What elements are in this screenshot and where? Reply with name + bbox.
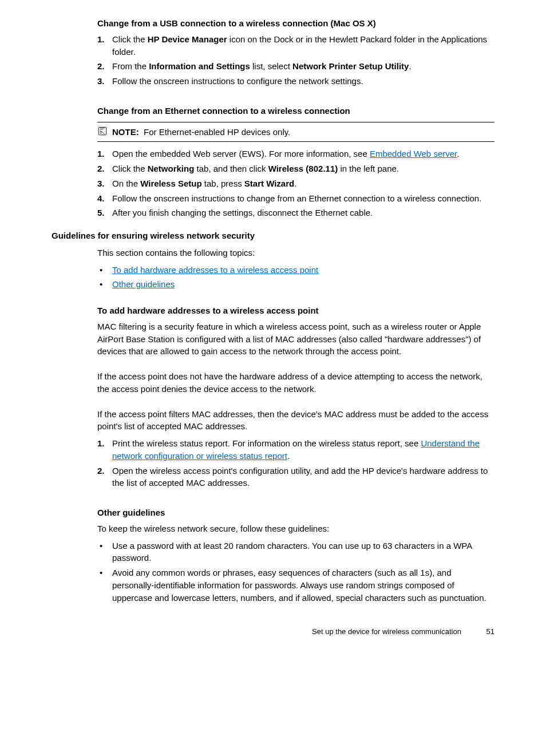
section-heading-other-guidelines: Other guidelines bbox=[97, 506, 494, 519]
list-item: From the Information and Settings list, … bbox=[97, 60, 494, 73]
list-item: Open the wireless access point's configu… bbox=[97, 465, 494, 490]
page-footer: Set up the device for wireless communica… bbox=[52, 627, 494, 638]
step-text: Click the bbox=[112, 34, 148, 44]
list-item: Follow the onscreen instructions to conf… bbox=[97, 75, 494, 88]
note-box: NOTE: For Ethernet-enabled HP devices on… bbox=[97, 122, 494, 143]
note-content: NOTE: For Ethernet-enabled HP devices on… bbox=[112, 126, 494, 138]
list-item: Print the wireless status report. For in… bbox=[97, 437, 494, 462]
note-icon bbox=[97, 126, 109, 136]
step-text: in the left pane. bbox=[338, 164, 399, 173]
page-number: 51 bbox=[472, 627, 494, 638]
section-heading-guidelines: Guidelines for ensuring wireless network… bbox=[52, 229, 494, 242]
list-item: Open the embedded Web server (EWS). For … bbox=[97, 148, 494, 160]
list-item: Follow the onscreen instructions to chan… bbox=[97, 192, 494, 205]
section-heading-usb-mac: Change from a USB connection to a wirele… bbox=[97, 17, 494, 30]
step-text: . bbox=[287, 451, 290, 461]
bold-span: Information and Settings bbox=[149, 61, 250, 71]
bold-span: Wireless (802.11) bbox=[268, 164, 338, 173]
svg-rect-0 bbox=[98, 127, 106, 135]
link-ews[interactable]: Embedded Web server bbox=[370, 149, 457, 159]
section-heading-ethernet: Change from an Ethernet connection to a … bbox=[97, 105, 494, 117]
step-text: On the bbox=[112, 179, 140, 188]
footer-label: Set up the device for wireless communica… bbox=[312, 627, 461, 636]
list-item: Avoid any common words or phrases, easy … bbox=[97, 567, 494, 604]
link-other-guidelines[interactable]: Other guidelines bbox=[112, 279, 175, 289]
step-text: . bbox=[294, 179, 296, 188]
bullet-text: Use a password with at least 20 random c… bbox=[112, 541, 472, 563]
step-text: . bbox=[457, 149, 459, 159]
bold-span: Start Wizard bbox=[244, 179, 294, 188]
bold-span: HP Device Manager bbox=[148, 34, 227, 44]
steps-usb-mac: Click the HP Device Manager icon on the … bbox=[97, 33, 494, 88]
bold-span: Networking bbox=[148, 164, 195, 173]
list-item: Click the Networking tab, and then click… bbox=[97, 163, 494, 175]
step-text: Open the embedded Web server (EWS). For … bbox=[112, 149, 370, 159]
bold-span: Wireless Setup bbox=[140, 179, 201, 188]
guidelines-list: Use a password with at least 20 random c… bbox=[97, 540, 494, 604]
section-heading-hw-addresses: To add hardware addresses to a wireless … bbox=[97, 304, 494, 317]
topic-links: To add hardware addresses to a wireless … bbox=[97, 264, 494, 291]
list-item: Use a password with at least 20 random c… bbox=[97, 540, 494, 565]
step-text: Follow the onscreen instructions to chan… bbox=[112, 193, 481, 203]
bold-span: Network Printer Setup Utility bbox=[292, 61, 409, 71]
step-text: tab, press bbox=[202, 179, 244, 188]
list-item: After you finish changing the settings, … bbox=[97, 207, 494, 219]
list-item: To add hardware addresses to a wireless … bbox=[97, 264, 494, 276]
note-message: For Ethernet-enabled HP devices only. bbox=[144, 127, 290, 137]
step-text: Follow the onscreen instructions to conf… bbox=[112, 76, 363, 86]
step-text: Print the wireless status report. For in… bbox=[112, 438, 421, 448]
step-text: Click the bbox=[112, 164, 148, 173]
step-text: Open the wireless access point's configu… bbox=[112, 466, 488, 488]
intro-text: This section contains the following topi… bbox=[97, 247, 494, 259]
step-text: list, select bbox=[250, 61, 292, 71]
steps-hw-addresses: Print the wireless status report. For in… bbox=[97, 437, 494, 489]
body-text: If the access point does not have the ha… bbox=[97, 370, 494, 395]
step-text: From the bbox=[112, 61, 149, 71]
link-hw-addresses[interactable]: To add hardware addresses to a wireless … bbox=[112, 265, 318, 275]
bullet-text: Avoid any common words or phrases, easy … bbox=[112, 568, 486, 603]
intro-text: To keep the wireless network secure, fol… bbox=[97, 523, 494, 535]
steps-ethernet: Open the embedded Web server (EWS). For … bbox=[97, 148, 494, 219]
body-text: If the access point filters MAC addresse… bbox=[97, 408, 494, 433]
step-text: After you finish changing the settings, … bbox=[112, 208, 373, 217]
step-text: . bbox=[409, 61, 411, 71]
list-item: Other guidelines bbox=[97, 278, 494, 291]
step-text: tab, and then click bbox=[194, 164, 268, 173]
note-label: NOTE: bbox=[112, 127, 139, 137]
list-item: On the Wireless Setup tab, press Start W… bbox=[97, 177, 494, 190]
body-text: MAC filtering is a security feature in w… bbox=[97, 320, 494, 358]
list-item: Click the HP Device Manager icon on the … bbox=[97, 33, 494, 58]
